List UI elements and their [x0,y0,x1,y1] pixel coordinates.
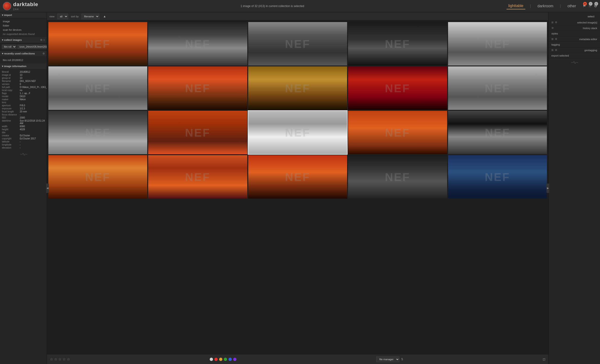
star-4[interactable]: ☆ [63,357,66,361]
status-text: 1 image of 32 (#13) in current collectio… [241,4,304,8]
geotagging-expand-icon[interactable]: ⊞ [551,49,553,52]
geotagging-settings-icon[interactable]: ⚙ [555,49,557,52]
grid-cell-2-1[interactable]: NEF [148,111,247,154]
collect-add-icon[interactable]: + [43,38,45,42]
center-content: view all sort by filename ▲ NEFNEFNEFNEF… [47,12,548,364]
grid-cell-1-1[interactable]: NEF [148,66,247,110]
dot-purple[interactable] [233,358,236,361]
grid-cell-3-0[interactable]: NEF [48,155,147,199]
select-label[interactable]: select [585,14,597,19]
photo-thumb-1-3 [348,66,447,110]
right-collapse-button[interactable]: ▶ [546,183,549,193]
lens-label: lens [2,101,18,104]
close-button[interactable]: ✕ [583,2,587,6]
width-label: width [2,125,18,128]
collect-section-header[interactable]: ▾ collect images ⚙ + [0,37,47,43]
info-filename-row: filename D61_6024.NEF [2,80,45,83]
right-squiggle: ~∿~ [549,58,600,66]
history-settings-icon[interactable]: ⚙ [551,27,554,30]
grid-cell-3-2[interactable]: NEF [248,155,347,199]
selected-expand-icon[interactable]: ⊞ [551,21,553,24]
nav-other[interactable]: other [566,3,578,9]
dot-yellow[interactable] [219,358,222,361]
recently-settings-icon[interactable]: ⚙ [43,52,45,55]
history-stack-label[interactable]: history stack [583,27,597,30]
recently-section-header[interactable]: ▾ recently used collections ⚙ [0,51,47,57]
info-title-row: title [2,131,45,134]
selected-settings-icon[interactable]: ⚙ [555,21,557,24]
grid-cell-0-1[interactable]: NEF [148,22,247,65]
main-area: ▾ import image folder scan for devices n… [0,12,600,364]
import-section-header[interactable]: ▾ import [0,12,47,18]
grid-cell-0-0[interactable]: NEF [48,22,147,65]
grid-cell-0-4[interactable]: NEF [448,22,547,65]
color-labels [210,358,236,361]
nav-sep-2: | [560,4,561,8]
grid-cell-2-2[interactable]: NEF [248,111,347,154]
export-selected-label[interactable]: export selected [551,54,569,57]
height-value: 4028 [20,128,25,131]
file-manager-select[interactable]: file manager [376,356,399,362]
info-fullpath-row: full path D:\Nikon_D610_Pi...\D61_6024.N… [2,86,45,89]
maximize-button[interactable]: □ [594,2,598,6]
app-version: 2.4.4 [13,8,38,10]
info-width-row: width 6080 [2,125,45,128]
aperture-value: F/8.0 [20,104,25,107]
grid-cell-0-3[interactable]: NEF [348,22,447,65]
info-localcopy-row: local copy no [2,89,45,92]
selected-images-label[interactable]: selected image[s] [577,21,597,24]
metadata-editor-label[interactable]: metadata editor [579,38,597,41]
metadata-expand-icon[interactable]: ⊞ [551,37,553,41]
recent-filmroll-item[interactable]: film roll 20180812 [0,58,47,63]
styles-label[interactable]: styles [551,32,558,35]
dot-green[interactable] [224,358,227,361]
info-creator-row: creator Ed Dozier [2,134,45,137]
dot-blue[interactable] [228,358,232,361]
import-folder-item[interactable]: folder [0,23,47,28]
grid-cell-3-3[interactable]: NEF [348,155,447,199]
monitor-icon[interactable]: ⊡ [543,357,545,361]
star-2[interactable]: ☆ [54,357,57,361]
info-height-row: height 4028 [2,128,45,131]
star-5[interactable]: ☆ [67,357,70,361]
star-1[interactable]: ☆ [50,357,53,361]
grid-cell-2-3[interactable]: NEF [348,111,447,154]
nav-darkroom[interactable]: darkroom [536,3,555,9]
collect-settings-icon[interactable]: ⚙ [40,38,43,42]
grid-cell-0-2[interactable]: NEF [248,22,347,65]
dot-white[interactable] [210,358,213,361]
view-select[interactable]: all [57,14,68,19]
grid-cell-1-2[interactable]: NEF [248,66,347,110]
geotagging-label[interactable]: geotagging [584,49,597,52]
film-roll-value-select[interactable]: icron_24mmX35.9mm\20180812 [17,45,47,49]
photo-thumb-1-1 [148,66,247,110]
grid-cell-3-4[interactable]: NEF [448,155,547,199]
grid-cell-3-1[interactable]: NEF [148,155,247,199]
import-image-item[interactable]: image [0,19,47,23]
flags-value: 1../..ap...F [20,92,30,95]
minimize-button[interactable]: − [589,2,592,6]
star-3[interactable]: ☆ [58,357,62,361]
grid-cell-1-3[interactable]: NEF [348,66,447,110]
tagging-label[interactable]: tagging [551,43,560,46]
film-roll-selector: film roll icron_24mmX35.9mm\20180812 [0,43,47,51]
flags-label: flags [2,92,18,95]
nav-lighttable[interactable]: lighttable [506,3,525,9]
grid-cell-1-0[interactable]: NEF [48,66,147,110]
grid-cell-2-0[interactable]: NEF [48,111,147,154]
model-value: D610 [20,95,25,98]
metadata-settings-icon[interactable]: ⚙ [555,37,557,41]
dot-red[interactable] [214,358,218,361]
sort-select[interactable]: filename [82,14,99,19]
film-roll-type-select[interactable]: film roll [2,45,17,49]
grid-cell-2-4[interactable]: NEF [448,111,547,154]
page-number: 5 [401,358,403,361]
grid-cell-1-4[interactable]: NEF [448,66,547,110]
left-collapse-button[interactable]: ◀ [46,183,49,193]
image-info-section-header[interactable]: ▾ image information [0,63,47,70]
elevation-label: elevation [2,146,18,149]
geotagging-icons: ⊞ ⚙ [551,49,557,52]
scan-devices-item[interactable]: scan for devices [0,28,47,32]
info-aperture-row: aperture F/8.0 [2,104,45,107]
sort-direction-button[interactable]: ▲ [102,15,107,18]
